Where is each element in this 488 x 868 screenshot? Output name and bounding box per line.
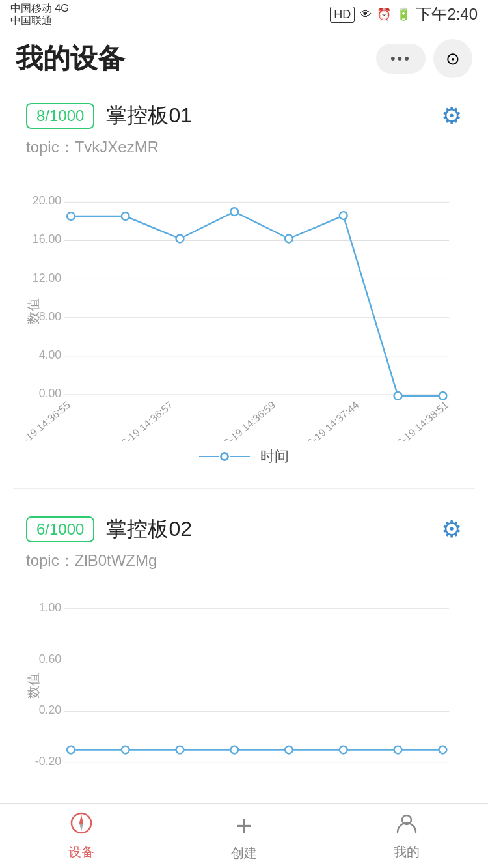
nav-label-mine: 我的 — [394, 843, 420, 861]
device-1-topic: topic：TvkJXezMR — [26, 137, 462, 158]
y-label-16: 16.00 — [33, 232, 61, 245]
user-icon — [395, 811, 418, 841]
chart-2-dot-1 — [122, 746, 129, 754]
chart-1-dot-1 — [122, 212, 129, 220]
device-1-settings-icon[interactable]: ⚙ — [441, 102, 462, 130]
y-axis-label-2: 数值 — [26, 673, 40, 699]
x-label-2: 6-19 14:36:59 — [222, 399, 278, 441]
carrier2: 中国联通 — [10, 14, 69, 27]
device-card-1-header: 8/1000 掌控板01 ⚙ — [26, 102, 462, 130]
more-button[interactable]: ••• — [376, 44, 426, 74]
chart-1-dot-0 — [67, 212, 75, 220]
carrier-info: 中国移动 4G 中国联通 — [10, 2, 69, 27]
device-2-name: 掌控板02 — [106, 515, 192, 544]
y2-label-1: 1.00 — [39, 601, 62, 614]
chart-2-dot-4 — [285, 746, 293, 754]
device-1-name: 掌控板01 — [106, 102, 192, 130]
y2-label-minus02: -0.20 — [35, 755, 62, 768]
status-time: 下午2:40 — [416, 4, 478, 25]
device-1-chart: 数值 20.00 16.00 12.00 8.00 4.00 0.00 — [26, 168, 462, 441]
carrier1: 中国移动 4G — [10, 2, 69, 14]
device-card-2-header: 6/1000 掌控板02 ⚙ — [26, 515, 462, 544]
device-1-topic-value: TvkJXezMR — [75, 138, 159, 156]
nav-item-create[interactable]: + 创建 — [163, 809, 325, 862]
x-label-3: 6-19 14:37:44 — [305, 399, 361, 441]
chart-1-dot-6 — [394, 392, 402, 400]
header-actions: ••• ⊙ — [376, 39, 472, 78]
device-2-topic: topic：ZlB0tWZMg — [26, 550, 462, 571]
y-label-4: 4.00 — [39, 348, 62, 361]
device-card-1: 8/1000 掌控板01 ⚙ topic：TvkJXezMR 数值 20.00 … — [13, 89, 475, 473]
page-title: 我的设备 — [16, 40, 125, 77]
compass-icon — [70, 811, 93, 841]
eye-icon: 👁 — [360, 8, 372, 21]
chart-1-dot-4 — [285, 235, 293, 243]
hd-badge: HD — [330, 7, 355, 23]
y-label-0: 0.00 — [39, 387, 62, 400]
nav-item-mine[interactable]: 我的 — [325, 811, 488, 861]
nav-item-device[interactable]: 设备 — [0, 811, 163, 861]
y-label-8: 8.00 — [39, 310, 62, 323]
device-1-legend-label: 时间 — [260, 447, 289, 466]
device-2-topic-value: ZlB0tWZMg — [75, 552, 157, 569]
chart-2-dot-5 — [340, 746, 347, 754]
header: 我的设备 ••• ⊙ — [0, 29, 488, 89]
chart-2-dot-0 — [67, 746, 75, 754]
status-right: HD 👁 ⏰ 🔋 下午2:40 — [330, 4, 478, 25]
y-label-20: 20.00 — [33, 194, 61, 207]
device-2-settings-icon[interactable]: ⚙ — [441, 516, 462, 543]
y-label-12: 12.00 — [33, 272, 61, 285]
y2-label-02: 0.20 — [39, 703, 62, 716]
legend-dot-1 — [220, 452, 229, 461]
divider-1 — [13, 488, 475, 489]
device-card-2: 6/1000 掌控板02 ⚙ topic：ZlB0tWZMg 数值 1.00 0… — [13, 502, 475, 796]
x-label-4: 6-19 14:38:51 — [395, 399, 450, 441]
chart-1-dot-2 — [176, 235, 184, 243]
chart-1-dot-7 — [439, 392, 447, 400]
device-2-chart: 数值 1.00 0.60 0.20 -0.20 — [26, 581, 462, 790]
nav-label-create: 创建 — [231, 845, 257, 862]
clock-icon: ⏰ — [377, 7, 391, 21]
device-1-chart-legend: 时间 — [26, 447, 462, 466]
device-card-2-left: 6/1000 掌控板02 — [26, 515, 192, 544]
chart-2-dot-3 — [230, 746, 238, 754]
y2-label-06: 0.60 — [39, 652, 62, 665]
chart-1-dot-3 — [230, 208, 238, 216]
battery-icon: 🔋 — [396, 7, 411, 21]
chart-1-dot-5 — [340, 212, 347, 219]
plus-icon: + — [236, 809, 252, 842]
x-label-0: 6-19 14:36:55 — [26, 399, 72, 441]
legend-line-1b — [230, 456, 250, 457]
scan-icon: ⊙ — [446, 49, 460, 69]
nav-label-device: 设备 — [68, 843, 94, 861]
x-label-1: 6-19 14:36:57 — [119, 399, 174, 441]
device-2-chart-svg: 数值 1.00 0.60 0.20 -0.20 — [26, 581, 462, 790]
device-card-1-left: 8/1000 掌控板01 — [26, 102, 192, 130]
chart-1-line — [71, 212, 442, 396]
device-1-chart-svg: 数值 20.00 16.00 12.00 8.00 4.00 0.00 — [26, 168, 462, 441]
status-bar: 中国移动 4G 中国联通 HD 👁 ⏰ 🔋 下午2:40 — [0, 0, 488, 29]
device-2-count-badge: 6/1000 — [26, 516, 94, 542]
bottom-nav: 设备 + 创建 我的 — [0, 803, 488, 868]
chart-2-dot-6 — [394, 746, 402, 754]
scan-button[interactable]: ⊙ — [433, 39, 472, 78]
chart-2-dot-2 — [176, 746, 184, 754]
legend-line-1 — [199, 456, 219, 457]
y-axis-label-1: 数值 — [26, 298, 40, 324]
chart-2-dot-7 — [439, 746, 447, 754]
main-content: 8/1000 掌控板01 ⚙ topic：TvkJXezMR 数值 20.00 … — [0, 89, 488, 868]
device-1-count-badge: 8/1000 — [26, 103, 94, 129]
